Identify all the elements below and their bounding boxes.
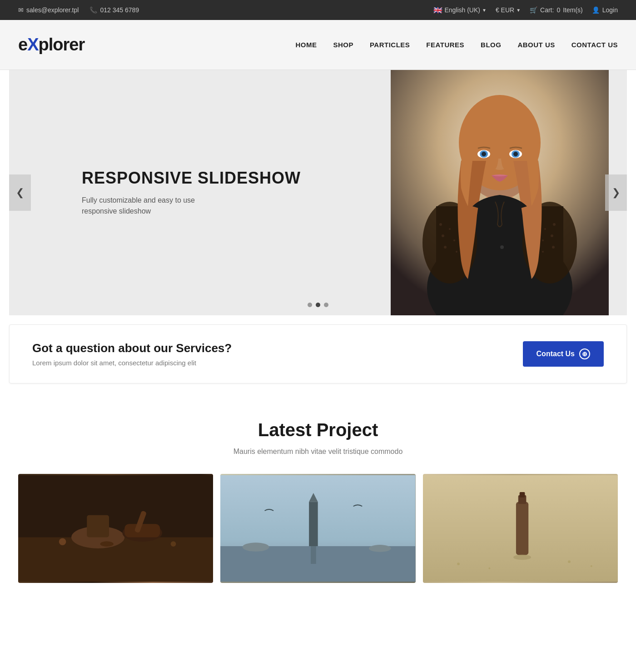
user-icon: 👤 [592, 6, 600, 14]
project-image-1 [18, 474, 213, 583]
language-selector[interactable]: 🇬🇧 English (UK) ▼ [433, 6, 487, 15]
currency-dropdown-arrow: ▼ [516, 8, 521, 13]
cart-icon: 🛒 [530, 6, 537, 14]
language-dropdown-arrow: ▼ [482, 8, 487, 13]
project-card-1[interactable] [18, 474, 213, 583]
svg-point-22 [482, 152, 486, 156]
svg-point-52 [590, 565, 592, 567]
svg-point-15 [552, 246, 555, 249]
cta-banner: Got a question about our Services? Lorem… [9, 324, 627, 383]
slide-dot-1[interactable] [308, 303, 312, 307]
email-address: sales@explorer.tpl [26, 6, 79, 14]
hero-slideshow: ❮ RESPONSIVE SLIDESHOW Fully customizabl… [9, 70, 627, 315]
contact-us-label: Contact Us [537, 350, 575, 358]
flag-icon: 🇬🇧 [433, 6, 442, 15]
svg-rect-41 [311, 546, 316, 564]
svg-point-43 [369, 545, 391, 552]
svg-rect-45 [516, 502, 528, 555]
model-svg [391, 70, 609, 315]
project-grid [9, 474, 627, 583]
cta-title: Got a question about our Services? [32, 341, 232, 355]
cart-label: Cart: [540, 6, 554, 14]
latest-project-title: Latest Project [9, 420, 627, 440]
project-card-2[interactable] [220, 474, 415, 583]
header: eXplorer HOME SHOP PARTICLES FEATURES BL… [0, 20, 636, 70]
svg-rect-38 [220, 546, 415, 582]
cart-button[interactable]: 🛒 Cart: 0 Item(s) [530, 6, 583, 14]
phone-icon: 📞 [89, 6, 97, 14]
contact-us-icon: ⊕ [579, 348, 590, 359]
svg-point-7 [442, 234, 444, 237]
nav-features[interactable]: FEATURES [426, 41, 464, 49]
svg-rect-32 [124, 524, 160, 537]
svg-point-5 [439, 223, 442, 226]
nav-shop[interactable]: SHOP [333, 41, 353, 49]
top-bar: ✉ sales@explorer.tpl 📞 012 345 6789 🇬🇧 E… [0, 0, 636, 20]
project-card-3[interactable] [423, 474, 618, 583]
svg-point-14 [542, 239, 544, 241]
nav-home[interactable]: HOME [295, 41, 317, 49]
slide-content: RESPONSIVE SLIDESHOW Fully customizable … [82, 169, 301, 217]
currency-label: € EUR [496, 6, 514, 14]
svg-point-35 [171, 541, 176, 547]
nav-particles[interactable]: PARTICLES [370, 41, 410, 49]
slide-title: RESPONSIVE SLIDESHOW [82, 169, 301, 188]
svg-rect-30 [87, 515, 109, 538]
currency-selector[interactable]: € EUR ▼ [496, 6, 521, 14]
latest-project-section: Latest Project Mauris elementum nibh vit… [0, 383, 636, 601]
svg-point-51 [568, 560, 571, 563]
svg-point-36 [100, 541, 114, 547]
svg-point-50 [488, 567, 490, 569]
svg-point-34 [59, 538, 66, 545]
slideshow-prev-button[interactable]: ❮ [9, 174, 31, 211]
login-button[interactable]: 👤 Login [592, 6, 618, 14]
nav-contact-us[interactable]: CONTACT US [571, 41, 618, 49]
svg-point-49 [457, 562, 460, 565]
top-bar-right: 🇬🇧 English (UK) ▼ € EUR ▼ 🛒 Cart: 0 Item… [433, 6, 618, 15]
svg-point-8 [453, 239, 455, 241]
slide-dot-2[interactable] [316, 303, 320, 307]
contact-us-button[interactable]: Contact Us ⊕ [523, 341, 604, 367]
email-icon: ✉ [18, 6, 24, 14]
logo-x: X [27, 35, 38, 54]
slide-dot-3[interactable] [324, 303, 328, 307]
slideshow-next-button[interactable]: ❯ [605, 174, 627, 211]
svg-point-16 [542, 251, 544, 253]
svg-point-13 [551, 234, 553, 237]
cta-text: Got a question about our Services? Lorem… [32, 341, 232, 367]
phone-contact[interactable]: 📞 012 345 6789 [89, 6, 139, 14]
svg-point-12 [544, 228, 546, 230]
login-label: Login [602, 6, 618, 14]
svg-point-26 [500, 245, 504, 249]
slide-dots [308, 303, 328, 307]
cart-count: 0 [556, 6, 560, 14]
svg-point-25 [513, 152, 518, 156]
main-nav: HOME SHOP PARTICLES FEATURES BLOG ABOUT … [295, 41, 618, 49]
logo-rest: plorer [39, 35, 85, 54]
top-bar-left: ✉ sales@explorer.tpl 📞 012 345 6789 [18, 6, 139, 14]
nav-about-us[interactable]: ABOUT US [517, 41, 555, 49]
latest-project-subtitle: Mauris elementum nibh vitae velit tristi… [9, 448, 627, 456]
svg-point-11 [553, 223, 556, 226]
slide-description: Fully customizable and easy to use respo… [82, 195, 301, 217]
email-contact[interactable]: ✉ sales@explorer.tpl [18, 6, 79, 14]
phone-number: 012 345 6789 [100, 6, 139, 14]
svg-point-10 [456, 251, 457, 253]
slide-image [373, 70, 627, 315]
svg-point-6 [449, 228, 451, 230]
cart-unit: Item(s) [563, 6, 583, 14]
svg-point-9 [444, 246, 447, 249]
svg-point-48 [513, 555, 531, 560]
project-image-3 [423, 474, 618, 583]
logo-e: e [18, 35, 27, 54]
language-label: English (UK) [444, 6, 480, 14]
cta-subtitle: Lorem ipsum dolor sit amet, consectetur … [32, 359, 232, 367]
project-image-2 [220, 474, 415, 583]
logo[interactable]: eXplorer [18, 35, 84, 55]
svg-rect-39 [309, 502, 318, 546]
svg-point-42 [243, 543, 269, 552]
nav-blog[interactable]: BLOG [481, 41, 501, 49]
svg-rect-47 [519, 492, 525, 498]
